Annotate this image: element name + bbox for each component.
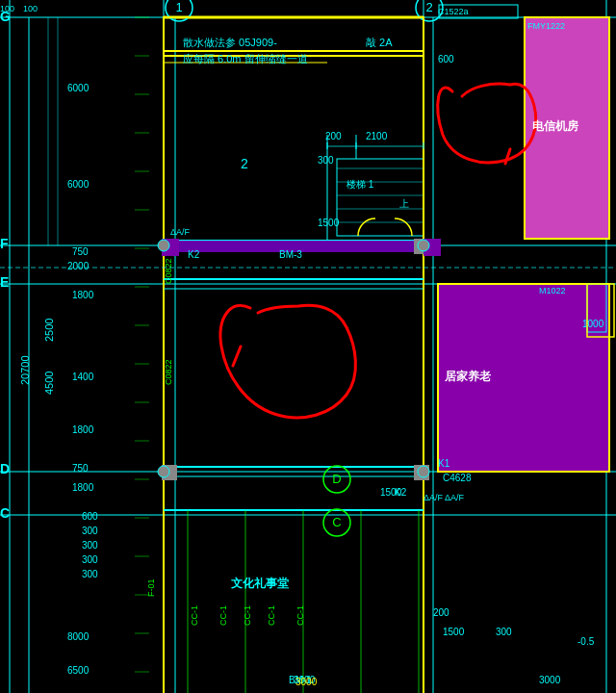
blueprint-canvas [0, 0, 616, 693]
